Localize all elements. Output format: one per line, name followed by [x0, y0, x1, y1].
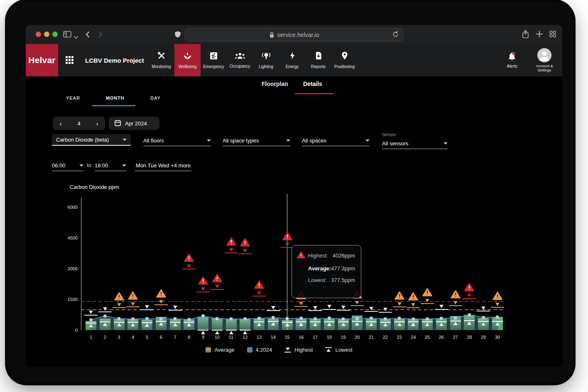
legend-average[interactable]: Average [206, 347, 234, 353]
alert-triangle-icon [184, 253, 194, 262]
floors-select[interactable]: All floors [143, 135, 211, 146]
caret-down-icon [286, 140, 290, 142]
x-axis-tick-label: 23 [397, 335, 402, 340]
legend-month-series[interactable]: 4.2024 [247, 347, 272, 353]
x-axis-tick-label: 9 [202, 335, 204, 340]
spa-icon [183, 52, 192, 61]
alert-triangle-icon [297, 251, 305, 260]
nav-item-energy[interactable]: Energy [279, 44, 305, 76]
nav-item-wellbeing[interactable]: Wellbeing [174, 44, 201, 76]
legend-highest-label: Highest [294, 347, 313, 353]
space-types-select[interactable]: All space types [223, 135, 290, 146]
app-navbar: Helvar LCBV Demo Project MonitoringWellb… [26, 44, 562, 76]
nav-item-label: Wellbeing [179, 64, 197, 69]
tab-floorplan[interactable]: Floorplan [262, 81, 288, 87]
time-from-select[interactable]: 06:00 [52, 160, 83, 171]
nav-item-monitoring[interactable]: Monitoring [148, 44, 174, 76]
close-window-button[interactable] [36, 32, 41, 37]
back-icon[interactable] [86, 32, 89, 39]
previous-month-button[interactable]: ‹ [53, 120, 69, 127]
highest-marker-day-25 [421, 303, 434, 304]
next-month-button[interactable]: › [89, 120, 105, 127]
new-tab-icon[interactable] [536, 31, 543, 39]
weekdays-value: Mon Tue Wed +4 more [136, 162, 191, 169]
tab-overview-icon[interactable] [549, 31, 556, 39]
lowest-marker-icon [325, 347, 332, 353]
warning-triangle-icon [128, 291, 138, 300]
highest-marker-day-12 [238, 253, 252, 254]
tab-day[interactable]: DAY [150, 96, 161, 100]
x-axis-tick-label: 28 [467, 335, 472, 340]
nav-item-emergency[interactable]: Emergency [201, 44, 227, 76]
highest-marker-day-2 [98, 311, 112, 312]
x-axis-tick-label: 18 [327, 335, 332, 340]
highest-marker-day-18 [323, 309, 336, 310]
reload-icon[interactable] [392, 31, 399, 39]
highest-marker-day-21 [365, 311, 378, 312]
lowest-triangle-icon [243, 331, 247, 334]
alerts-button[interactable]: Alerts [497, 52, 527, 69]
lowest-triangle-icon [215, 331, 219, 334]
highest-triangle-icon [103, 307, 107, 311]
privacy-shield-icon[interactable] [174, 30, 181, 40]
caret-down-icon [122, 164, 126, 167]
app-launcher-icon[interactable] [66, 56, 74, 64]
sensors-select[interactable]: All sensors [382, 138, 448, 149]
tab-month[interactable]: MONTH [106, 96, 124, 100]
helvar-logo[interactable]: Helvar [26, 44, 58, 76]
x-axis-tick-label: 14 [271, 335, 276, 340]
highest-triangle-icon [313, 306, 317, 309]
highest-marker-day-22 [379, 312, 392, 313]
tab-month-underline [92, 105, 135, 106]
zoom-window-button[interactable] [52, 32, 58, 37]
x-axis-tick-label: 12 [243, 335, 247, 340]
metric-select[interactable]: Carbon Dioxide (beta) [52, 134, 131, 146]
nav-item-lighting[interactable]: Lighting [253, 44, 279, 76]
project-title: LCBV Demo Project [85, 44, 144, 76]
warning-triangle-icon [451, 290, 461, 299]
sidebar-toggle-icon[interactable] [63, 31, 71, 39]
avatar [537, 48, 551, 62]
map-pin-icon [341, 51, 348, 61]
tooltip-row: Average:477.3ppm [297, 265, 355, 272]
url-bar[interactable]: service.helvar.io [185, 28, 403, 42]
x-axis-tick-label: 22 [383, 335, 388, 340]
bell-icon [508, 52, 516, 61]
highest-triangle-icon [159, 300, 163, 304]
warning-triangle-icon [114, 292, 124, 301]
nav-item-occupancy[interactable]: Occupancy [227, 44, 253, 76]
x-axis-tick-label: 30 [495, 335, 500, 340]
spaces-select[interactable]: All spaces [302, 135, 370, 146]
legend-highest[interactable]: Highest [284, 347, 313, 353]
chevron-down-icon[interactable] [74, 33, 78, 41]
y-axis-tick-label: 4500 [68, 235, 78, 240]
highest-marker-day-28 [463, 298, 476, 299]
y-axis-tick-label: 6000 [68, 205, 78, 210]
x-axis-tick-label: 2 [104, 335, 106, 340]
x-axis-tick-label: 27 [453, 335, 458, 340]
minimize-window-button[interactable] [44, 32, 49, 37]
lowest-triangle-icon [201, 331, 205, 334]
chart-legend: Average 4.2024 Highest Lowest [51, 347, 507, 353]
url-text: service.helvar.io [277, 32, 319, 38]
time-to-select[interactable]: 18:00 [95, 160, 126, 171]
time-from-value: 06:00 [52, 162, 66, 169]
nav-item-positioning[interactable]: Positioning [331, 44, 358, 76]
nav-item-reports[interactable]: Reports [305, 44, 331, 76]
nav-items: MonitoringWellbeingEmergencyOccupancyLig… [148, 44, 358, 76]
weekdays-select[interactable]: Mon Tue Wed +4 more [135, 160, 191, 171]
browser-window: service.helvar.io Helvar LCBV Demo Proje… [26, 25, 562, 367]
highest-triangle-icon [201, 287, 205, 291]
share-icon[interactable] [522, 30, 529, 40]
tab-details[interactable]: Details [303, 81, 322, 87]
date-picker-button[interactable]: Apr 2024 [109, 117, 159, 130]
legend-lowest[interactable]: Lowest [325, 347, 352, 353]
date-label: Apr 2024 [125, 120, 147, 127]
highest-triangle-icon [453, 301, 458, 304]
highest-triangle-icon [145, 305, 149, 309]
account-settings-button[interactable]: Account & Settings [527, 48, 562, 72]
chart-tooltip: Highest:4026ppmAverage:477.3ppmLowest:37… [292, 245, 361, 298]
x-axis-tick-label: 15 [284, 335, 289, 340]
forward-icon[interactable] [99, 32, 103, 39]
tab-year[interactable]: YEAR [66, 96, 80, 100]
